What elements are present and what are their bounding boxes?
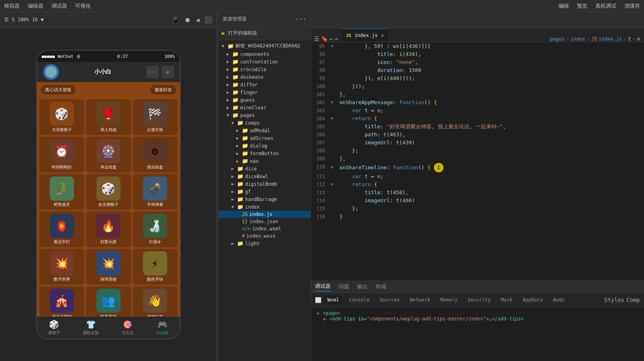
bottom-tab-debugger[interactable]: 调试器: [315, 283, 331, 291]
tree-item-indexwxml[interactable]: </> index.wxml: [219, 225, 311, 232]
tree-item-indexjs[interactable]: JS index.js: [219, 211, 311, 218]
tabs-collapse-icon[interactable]: ☰ 🔖 ← →: [311, 35, 341, 42]
arrow-finger: ▶: [227, 90, 231, 94]
game-item-15[interactable]: 🎪 亲远大跳转: [39, 286, 84, 316]
tab-item-3[interactable]: 🎮 大玩表: [156, 320, 168, 336]
tree-item-index-folder[interactable]: ▼ 📁 index: [219, 203, 311, 211]
game-item-12[interactable]: 💥 数字炸弹: [39, 249, 84, 285]
tree-item-dialog[interactable]: ▶ 📁 dialog: [219, 142, 311, 150]
game-item-16[interactable]: 👥 联系客服: [86, 286, 131, 316]
tree-item-nav[interactable]: ▶ 📁 nav: [219, 157, 311, 165]
menu-simulator[interactable]: 模拟器: [4, 2, 20, 10]
hamburger-icon: ☰: [314, 35, 319, 42]
game-item-8[interactable]: 💣 手持弹幕: [133, 174, 178, 210]
tree-item-adscreen[interactable]: ▶ 📁 adScreen: [219, 134, 311, 142]
line-content-102: onShareAppMessage: function() {: [335, 98, 644, 107]
tree-item-guess[interactable]: ▶ 📁 guess: [219, 96, 311, 104]
devtools-tab-security[interactable]: Security: [464, 295, 495, 304]
menu-preview[interactable]: 预览: [577, 2, 587, 10]
collapse-102[interactable]: ▼: [329, 98, 335, 107]
menu-edit[interactable]: 编辑: [558, 2, 569, 10]
tab-item-0[interactable]: 🎲 摇骰子: [48, 320, 60, 336]
devtools-tab-network[interactable]: Network: [406, 295, 434, 304]
game-item-9[interactable]: 🏮 夜店手灯: [39, 211, 84, 247]
tree-item-handbarrage[interactable]: ▶ 📁 handBarrage: [219, 195, 311, 203]
tree-item-light[interactable]: ▶ 📁 light: [219, 240, 311, 247]
tree-item-indexwxss[interactable]: # index.wxss: [219, 232, 311, 240]
line-content-107: imageUrl: t(439): [335, 139, 644, 147]
file-tree-menu-icon[interactable]: ···: [295, 15, 307, 23]
devtools-tab-appdata[interactable]: AppData: [519, 295, 547, 304]
tab-close-icon[interactable]: ✕: [381, 32, 384, 39]
phone-icon[interactable]: 📱: [172, 16, 180, 24]
menu-editor[interactable]: 编辑器: [28, 2, 43, 10]
devtools-tab-console[interactable]: Console: [345, 295, 374, 304]
tree-item-components[interactable]: ▶ 📁 components: [219, 50, 311, 58]
game-item-17[interactable]: 👋 邀请好友: [133, 286, 178, 316]
bottom-tab-output[interactable]: 输出: [357, 283, 368, 291]
menu-clear-cache[interactable]: 清缓存: [624, 2, 640, 10]
tree-item-indexjson[interactable]: {} index.json: [219, 218, 311, 225]
game-item-2[interactable]: 🏁 占领方块: [133, 99, 178, 135]
game-item-4[interactable]: 🎡 幸运转盘: [86, 137, 131, 172]
game-item-5[interactable]: ⚙️ 指尖轮盘: [133, 137, 178, 172]
header-btn-1[interactable]: 真心话大冒险: [41, 85, 76, 94]
collapse-104[interactable]: ▼: [329, 115, 335, 123]
tree-item-crocodile[interactable]: ▶ 📁 crocodile: [219, 66, 311, 73]
tree-item-dicebowl[interactable]: ▶ 📁 diceBowl: [219, 172, 311, 180]
game-item-14[interactable]: ⚡ 眼疾手快: [133, 249, 178, 285]
tree-item-pages[interactable]: ▼ 📁 pages: [219, 111, 311, 119]
tab-item-1[interactable]: 👕 领取皮肤: [83, 320, 99, 336]
line-num-97: 97: [311, 58, 329, 66]
bottom-tab-issues[interactable]: 问题: [339, 283, 349, 291]
devtools-tab-audi[interactable]: Audi: [549, 295, 568, 304]
label-indexwxml: index.wxml: [252, 226, 281, 232]
editor-tab-indexjs[interactable]: JS index.js ✕: [341, 29, 389, 42]
menu-debugger[interactable]: 调试器: [51, 2, 67, 10]
collapse-98: [329, 66, 335, 74]
tree-item-gf[interactable]: ▶ 📁 gf: [219, 188, 311, 195]
arrow-light: ▶: [231, 241, 235, 246]
devtools-tab-sources[interactable]: Sources: [375, 295, 404, 304]
tree-item-finger[interactable]: ▶ 📁 finger: [219, 88, 311, 96]
code-editor[interactable]: 95 ▼ }, 50) : wx[i(436)]({ 96 title: i(4…: [311, 42, 644, 281]
layout-icon[interactable]: ⬛: [204, 16, 213, 24]
devtools-tab-memory[interactable]: Memory: [436, 295, 462, 304]
bottom-tab-terminal[interactable]: 终端: [376, 283, 386, 291]
back-icon[interactable]: ◀: [196, 16, 200, 24]
tree-item-differ[interactable]: ▶ 📁 differ: [219, 81, 311, 88]
menu-real-debug[interactable]: 真机调试: [595, 2, 616, 10]
collapse-110[interactable]: ▼: [329, 163, 335, 172]
collapse-95[interactable]: ▼: [329, 42, 335, 50]
file-tree-content[interactable]: ▼ 📁 解密_WXDA824047CCBDA9A2 ▶ 📁 components…: [219, 40, 311, 361]
game-item-7[interactable]: 🎲 欢乐掷骰子: [86, 174, 131, 210]
tree-item-admodal[interactable]: ▶ 📁 adModal: [219, 127, 311, 134]
tree-item-comps[interactable]: ▼ 📁 comps: [219, 119, 311, 127]
tree-item-dice[interactable]: ▶ 📁 dice: [219, 165, 311, 172]
devtools-tab-mock[interactable]: Mock: [497, 295, 517, 304]
record-icon[interactable]: ⏺: [184, 16, 191, 24]
nav-btn-1[interactable]: ···: [147, 66, 159, 78]
tree-item-deskmate[interactable]: ▶ 📁 deskmate: [219, 73, 311, 81]
tree-item-confrontation[interactable]: ▶ 📁 confrontation: [219, 58, 311, 66]
collapse-107: [329, 139, 335, 147]
game-item-1[interactable]: 🥊 双人对战: [86, 99, 131, 135]
tree-item-digitalbomb[interactable]: ▶ 📁 digitalBomb: [219, 180, 311, 188]
devtools-tab-wxml[interactable]: Wxml: [323, 295, 343, 304]
tree-item-formbutton[interactable]: ▶ 📁 formButton: [219, 150, 311, 157]
game-item-3[interactable]: ⏰ 时间刚刚好: [39, 137, 84, 172]
header-btn-2[interactable]: 邀请好友: [150, 85, 176, 94]
tree-project-root[interactable]: ▼ 📁 解密_WXDA824047CCBDA9A2: [219, 42, 311, 50]
phone-game-area[interactable]: 真心话大冒险 邀请好友 🎲 大话摇骰子 🥊 双人对战 🏁: [37, 82, 180, 316]
collapse-112[interactable]: ▼: [329, 180, 335, 189]
game-item-0[interactable]: 🎲 大话摇骰子: [39, 99, 84, 135]
tab-item-2[interactable]: 🎯 七九九: [122, 320, 134, 336]
game-item-6[interactable]: 🐊 鳄鱼拔牙: [39, 174, 84, 210]
tree-item-mineclear[interactable]: ▶ 📁 mineClear: [219, 104, 311, 111]
nav-btn-2[interactable]: ⊙: [162, 66, 174, 78]
game-item-13[interactable]: 💥 拆弹英雄: [86, 249, 131, 285]
game-item-10[interactable]: 🔥 扫雷火拼: [86, 211, 131, 247]
menu-visualize[interactable]: 可视化: [75, 2, 91, 10]
game-item-11[interactable]: 🍶 行酒令: [133, 211, 178, 247]
devtools-toggle-icon[interactable]: ⬜: [315, 297, 321, 303]
